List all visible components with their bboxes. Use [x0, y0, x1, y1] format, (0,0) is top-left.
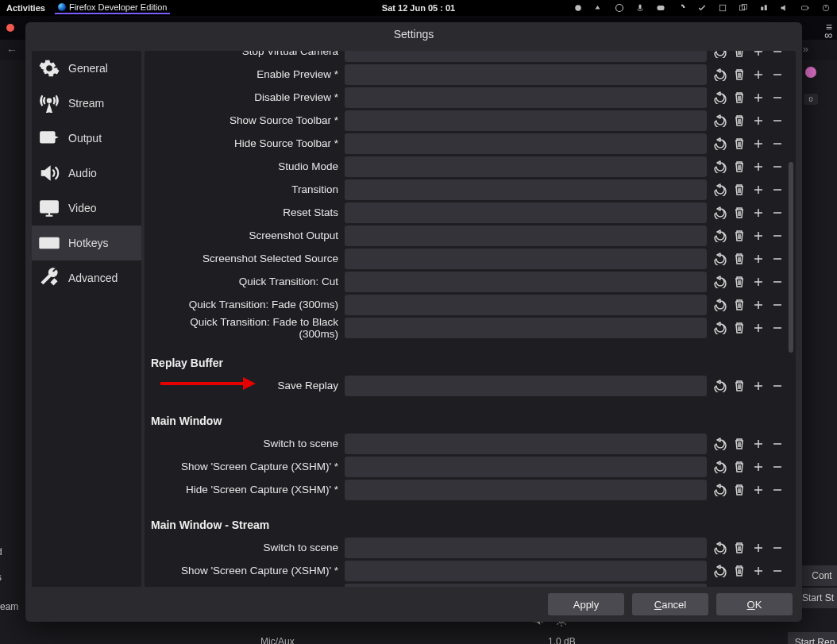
- hotkey-input[interactable]: [345, 133, 707, 154]
- trash-icon[interactable]: [732, 229, 746, 243]
- trash-icon[interactable]: [732, 67, 746, 82]
- minus-icon[interactable]: [770, 114, 785, 128]
- minus-icon[interactable]: [770, 483, 785, 497]
- obs-controls-button[interactable]: Cont: [802, 565, 837, 586]
- hotkey-input[interactable]: [345, 51, 707, 62]
- scrollbar-thumb[interactable]: [789, 162, 793, 353]
- minus-icon[interactable]: [770, 379, 785, 393]
- revert-icon[interactable]: [713, 379, 727, 393]
- minus-icon[interactable]: [770, 541, 785, 555]
- plus-icon[interactable]: [751, 321, 766, 335]
- hotkey-input[interactable]: [345, 538, 707, 558]
- trash-icon[interactable]: [732, 183, 746, 197]
- hotkey-input[interactable]: [345, 202, 707, 223]
- plus-icon[interactable]: [751, 437, 766, 451]
- minus-icon[interactable]: [770, 564, 785, 578]
- sidebar-item-advanced[interactable]: Advanced: [32, 260, 141, 295]
- revert-icon[interactable]: [713, 275, 727, 289]
- trash-icon[interactable]: [732, 160, 746, 174]
- tray-icon[interactable]: [615, 3, 624, 13]
- plus-icon[interactable]: [751, 587, 766, 588]
- tray-icon[interactable]: [594, 3, 604, 13]
- battery-icon[interactable]: [800, 3, 810, 13]
- tray-icon[interactable]: [573, 3, 583, 13]
- plus-icon[interactable]: [751, 91, 766, 105]
- plus-icon[interactable]: [751, 183, 766, 197]
- tray-icon[interactable]: [718, 3, 727, 13]
- hotkey-input[interactable]: [345, 457, 707, 477]
- trash-icon[interactable]: [732, 587, 746, 588]
- hotkey-input[interactable]: [345, 295, 707, 315]
- volume-icon[interactable]: [780, 3, 789, 13]
- back-icon[interactable]: ←: [6, 44, 17, 56]
- revert-icon[interactable]: [713, 483, 727, 497]
- window-close-dot[interactable]: [6, 24, 14, 32]
- firefox-overflow-icon[interactable]: »: [803, 43, 808, 55]
- minus-icon[interactable]: [770, 321, 785, 335]
- minus-icon[interactable]: [770, 298, 785, 312]
- plus-icon[interactable]: [751, 541, 766, 555]
- revert-icon[interactable]: [713, 91, 727, 105]
- obs-start-replay-button[interactable]: Start Rep: [788, 632, 837, 644]
- revert-icon[interactable]: [713, 460, 727, 474]
- hotkey-input[interactable]: [345, 584, 707, 588]
- revert-icon[interactable]: [713, 51, 727, 59]
- minus-icon[interactable]: [770, 587, 785, 588]
- hotkey-input[interactable]: [345, 561, 707, 581]
- minus-icon[interactable]: [770, 51, 785, 59]
- plus-icon[interactable]: [751, 137, 766, 151]
- active-app-indicator[interactable]: Firefox Developer Edition: [55, 2, 171, 14]
- revert-icon[interactable]: [713, 114, 727, 128]
- window-titlebar[interactable]: Settings: [25, 22, 802, 46]
- trash-icon[interactable]: [732, 460, 746, 474]
- power-icon[interactable]: [821, 3, 831, 13]
- trash-icon[interactable]: [732, 91, 746, 105]
- hotkey-input[interactable]: [345, 110, 707, 131]
- minus-icon[interactable]: [770, 183, 785, 197]
- tray-icon[interactable]: [677, 3, 686, 13]
- hotkey-input[interactable]: [345, 434, 707, 454]
- revert-icon[interactable]: [713, 252, 727, 266]
- hotkey-input[interactable]: [345, 64, 707, 85]
- infinity-icon[interactable]: ∞: [824, 29, 832, 41]
- minus-icon[interactable]: [770, 275, 785, 289]
- hotkey-input[interactable]: [345, 318, 707, 338]
- clock[interactable]: Sat 12 Jun 05 : 01: [382, 3, 455, 13]
- trash-icon[interactable]: [732, 137, 746, 151]
- plus-icon[interactable]: [751, 564, 766, 578]
- sidebar-item-video[interactable]: Video: [32, 191, 141, 226]
- cancel-button[interactable]: Cancel: [632, 593, 708, 615]
- activities-button[interactable]: Activities: [6, 3, 45, 13]
- plus-icon[interactable]: [751, 379, 766, 393]
- revert-icon[interactable]: [713, 321, 727, 335]
- hotkey-input[interactable]: [345, 226, 707, 246]
- plus-icon[interactable]: [751, 460, 766, 474]
- plus-icon[interactable]: [751, 483, 766, 497]
- revert-icon[interactable]: [713, 229, 727, 243]
- discord-icon[interactable]: [656, 3, 665, 13]
- minus-icon[interactable]: [770, 460, 785, 474]
- trash-icon[interactable]: [732, 437, 746, 451]
- sidebar-item-stream[interactable]: A Stream: [32, 86, 141, 121]
- mic-icon[interactable]: [635, 3, 645, 13]
- hotkey-input[interactable]: [345, 376, 707, 396]
- plus-icon[interactable]: [751, 160, 766, 174]
- sidebar-item-general[interactable]: General: [32, 51, 141, 86]
- revert-icon[interactable]: [713, 587, 727, 588]
- revert-icon[interactable]: [713, 541, 727, 555]
- revert-icon[interactable]: [713, 437, 727, 451]
- apply-button[interactable]: Apply: [548, 593, 624, 615]
- trash-icon[interactable]: [732, 206, 746, 220]
- trash-icon[interactable]: [732, 252, 746, 266]
- plus-icon[interactable]: [751, 67, 766, 82]
- trash-icon[interactable]: [732, 275, 746, 289]
- revert-icon[interactable]: [713, 160, 727, 174]
- trash-icon[interactable]: [732, 51, 746, 59]
- revert-icon[interactable]: [713, 206, 727, 220]
- plus-icon[interactable]: [751, 229, 766, 243]
- firefox-profile-avatar[interactable]: [805, 67, 816, 78]
- plus-icon[interactable]: [751, 114, 766, 128]
- minus-icon[interactable]: [770, 160, 785, 174]
- revert-icon[interactable]: [713, 183, 727, 197]
- sidebar-item-audio[interactable]: Audio: [32, 156, 141, 191]
